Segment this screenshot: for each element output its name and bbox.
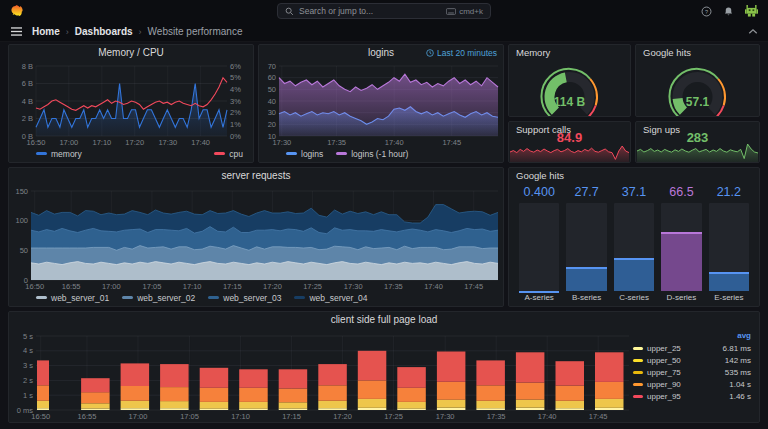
svg-text:50: 50 xyxy=(268,85,276,94)
svg-text:3 s: 3 s xyxy=(23,361,33,370)
svg-text:17:20: 17:20 xyxy=(125,138,144,147)
bar-value: 27.7 xyxy=(566,185,606,203)
legend-swatch xyxy=(36,296,47,299)
svg-text:17:30: 17:30 xyxy=(272,138,291,147)
chevron-up-icon xyxy=(748,28,758,35)
svg-text:16:55: 16:55 xyxy=(62,282,81,291)
bar-gauge-column[interactable]: 0.400 A-series xyxy=(519,185,559,304)
server-requests-chart[interactable]: 05010015016:5016:5517:0017:0517:1017:151… xyxy=(9,184,503,292)
legend-item[interactable]: web_server_03 xyxy=(208,293,281,303)
grafana-logo[interactable] xyxy=(10,4,24,18)
search-icon xyxy=(285,7,294,16)
legend-item[interactable]: logins (-1 hour) xyxy=(336,149,408,159)
svg-text:17:40: 17:40 xyxy=(191,138,210,147)
svg-text:17:25: 17:25 xyxy=(303,282,322,291)
bar-category-label: D-series xyxy=(661,291,701,304)
svg-text:17:30: 17:30 xyxy=(158,138,177,147)
svg-text:17:15: 17:15 xyxy=(282,412,301,421)
svg-text:17:10: 17:10 xyxy=(231,412,250,421)
legend-item[interactable]: web_server_04 xyxy=(294,293,367,303)
legend-swatch xyxy=(208,296,219,299)
bar-value: 66.5 xyxy=(661,185,701,203)
legend-item[interactable]: web_server_02 xyxy=(122,293,195,303)
svg-text:17:05: 17:05 xyxy=(180,412,199,421)
panel-title[interactable]: Google hits xyxy=(509,168,759,183)
svg-text:17:45: 17:45 xyxy=(464,282,483,291)
logins-chart[interactable]: 1020304050607017:3017:3517:4017:45 xyxy=(259,61,503,148)
panel-title[interactable]: server requests xyxy=(9,168,503,184)
svg-text:70: 70 xyxy=(268,62,276,71)
svg-text:17:15: 17:15 xyxy=(223,282,242,291)
svg-text:150: 150 xyxy=(15,187,28,196)
svg-text:17:40: 17:40 xyxy=(385,138,404,147)
bar-track xyxy=(709,203,749,291)
svg-text:17:40: 17:40 xyxy=(538,412,557,421)
svg-text:17:40: 17:40 xyxy=(424,282,443,291)
panel-support-calls: Support calls 84.9 xyxy=(508,121,631,163)
legend-swatch xyxy=(214,152,225,155)
breadcrumb-bar: Home › Dashboards › Website performance xyxy=(0,22,768,42)
svg-text:4 B: 4 B xyxy=(22,97,33,106)
svg-text:3%: 3% xyxy=(230,97,241,106)
legend-item[interactable]: upper_901.04 s xyxy=(633,379,751,390)
panel-title[interactable]: Memory xyxy=(509,45,630,60)
memory-cpu-chart[interactable]: 0 B2 B4 B6 B8 B0%1%2%3%4%5%6%16:5017:001… xyxy=(9,61,253,148)
avatar xyxy=(745,5,758,18)
svg-text:16:50: 16:50 xyxy=(25,282,44,291)
help-button[interactable]: ? xyxy=(701,6,712,17)
time-range-badge[interactable]: Last 20 minutes xyxy=(426,45,497,61)
bar-gauge-column[interactable]: 21.2 E-series xyxy=(709,185,749,304)
panel-title[interactable]: Google hits xyxy=(636,45,759,60)
panel-title[interactable]: logins xyxy=(368,47,394,58)
svg-text:17:25: 17:25 xyxy=(384,412,403,421)
bar-value: 37.1 xyxy=(614,185,654,203)
client-load-chart[interactable]: 0 ms1 s2 s3 s4 s5 s16:5016:5517:0017:051… xyxy=(9,328,633,422)
search-shortcut: cmd+k xyxy=(446,7,483,16)
svg-text:100: 100 xyxy=(15,216,28,225)
legend-item[interactable]: memory xyxy=(36,149,82,159)
user-avatar[interactable] xyxy=(745,5,758,18)
breadcrumb-current: Website performance xyxy=(148,26,243,37)
panel-memory-cpu: Memory / CPU 0 B2 B4 B6 B8 B0%1%2%3%4%5%… xyxy=(8,44,254,163)
client-load-legend: avg upper_256.81 ms upper_50142 ms upper… xyxy=(633,328,759,422)
legend-item[interactable]: upper_50142 ms xyxy=(633,355,751,366)
bar-category-label: A-series xyxy=(519,291,559,304)
svg-text:5 s: 5 s xyxy=(23,332,33,341)
legend-item[interactable]: upper_75535 ms xyxy=(633,367,751,378)
memory-cpu-legend: memorycpu xyxy=(9,148,253,162)
legend-item[interactable]: upper_256.81 ms xyxy=(633,343,751,354)
menu-icon xyxy=(10,26,23,37)
grafana-dashboard: Search or jump to... cmd+k ? xyxy=(0,0,768,429)
panel-server-requests: server requests 05010015016:5016:5517:00… xyxy=(8,167,504,307)
legend-avg-header[interactable]: avg xyxy=(633,331,751,342)
panel-title[interactable]: client side full page load xyxy=(9,312,759,328)
legend-item[interactable]: cpu xyxy=(214,149,243,159)
legend-item[interactable]: logins xyxy=(286,149,323,159)
svg-text:2 s: 2 s xyxy=(23,376,33,385)
panel-logins: logins Last 20 minutes 1020304050607017:… xyxy=(258,44,504,163)
gauge-value: 114 B xyxy=(509,95,630,109)
client_load-svg: 0 ms1 s2 s3 s4 s5 s16:5016:5517:0017:051… xyxy=(9,328,633,422)
svg-text:17:00: 17:00 xyxy=(102,282,121,291)
bar-category-label: B-series xyxy=(566,291,606,304)
collapse-nav-button[interactable] xyxy=(748,28,758,35)
bar-fill xyxy=(614,258,654,291)
notifications-button[interactable] xyxy=(723,6,734,17)
svg-text:17:20: 17:20 xyxy=(333,412,352,421)
svg-text:6%: 6% xyxy=(230,62,241,71)
panel-title[interactable]: Memory / CPU xyxy=(9,45,253,61)
svg-text:1 s: 1 s xyxy=(23,391,33,400)
legend-item[interactable]: web_server_01 xyxy=(36,293,109,303)
bar-gauge-column[interactable]: 37.1 C-series xyxy=(614,185,654,304)
breadcrumb-dashboards[interactable]: Dashboards xyxy=(75,26,133,37)
svg-text:40: 40 xyxy=(268,97,276,106)
svg-text:17:30: 17:30 xyxy=(344,282,363,291)
svg-text:17:20: 17:20 xyxy=(263,282,282,291)
bar-gauge-column[interactable]: 27.7 B-series xyxy=(566,185,606,304)
breadcrumb-home[interactable]: Home xyxy=(32,26,60,37)
legend-item[interactable]: upper_951.46 s xyxy=(633,391,751,402)
search-input[interactable]: Search or jump to... cmd+k xyxy=(277,3,491,19)
legend-swatch xyxy=(286,152,297,155)
mega-menu-toggle[interactable] xyxy=(10,26,23,37)
bar-gauge-column[interactable]: 66.5 D-series xyxy=(661,185,701,304)
